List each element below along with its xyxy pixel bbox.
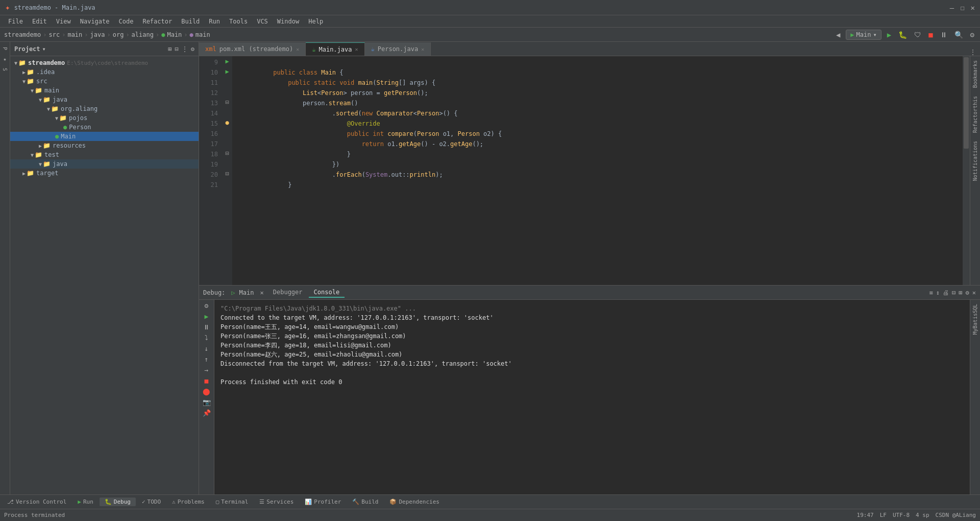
status-encoding[interactable]: UTF-8 (893, 512, 910, 518)
tab-main[interactable]: ☕ Main.java ✕ (306, 42, 364, 56)
debug-step-over[interactable]: ⤵ (205, 334, 208, 342)
project-icon[interactable]: P (1, 44, 9, 53)
editor-scrollbar[interactable] (963, 56, 970, 285)
tab-console[interactable]: Console (309, 288, 345, 298)
close-button[interactable]: ✕ (971, 4, 975, 12)
structure-icon[interactable]: S (1, 65, 9, 74)
breadcrumb-streamdemo[interactable]: streamdemo (4, 31, 41, 38)
panel-icon-scope[interactable]: ⊞ (168, 45, 172, 53)
title-bar-controls[interactable]: — ☐ ✕ (950, 4, 975, 12)
menu-tools[interactable]: Tools (225, 17, 252, 26)
menu-help[interactable]: Help (304, 17, 327, 26)
bottom-tab-profiler[interactable]: 📊 Profiler (300, 498, 346, 506)
debug-print-icon[interactable]: 🖨 (943, 289, 949, 296)
coverage-button[interactable]: 🛡 (913, 31, 923, 39)
bottom-tab-run[interactable]: ▶ Run (72, 498, 99, 506)
settings-button[interactable]: ⚙ (969, 31, 976, 39)
search-button[interactable]: 🔍 (953, 31, 965, 39)
debug-step-into[interactable]: ↓ (205, 345, 209, 352)
tree-item-main-folder[interactable]: ▼ 📁 main (10, 86, 199, 95)
bottom-tab-build[interactable]: 🔨 Build (347, 498, 383, 506)
scrollbar-thumb[interactable] (964, 57, 969, 149)
debug-pause2-icon[interactable]: ⏸ (203, 323, 210, 331)
tab-debugger[interactable]: Debugger (268, 288, 308, 298)
favorites-icon[interactable]: ★ (1, 53, 9, 65)
run-config[interactable]: ▶ Main ▾ (846, 30, 881, 40)
gutter-9[interactable]: ▶ (222, 56, 232, 66)
breadcrumb-main-class[interactable]: Main (167, 31, 182, 38)
breadcrumb-main-method[interactable]: main (195, 31, 210, 38)
maximize-button[interactable]: ☐ (960, 4, 964, 12)
bottom-tab-terminal[interactable]: ▢ Terminal (211, 498, 254, 506)
refactorthis-icon[interactable]: Refactorthis (971, 92, 979, 137)
tree-item-root[interactable]: ▼ 📁 streamdemo E:\Study\code\streamdemo (10, 58, 199, 67)
console-output[interactable]: "C:\Program Files\Java\jdk1.8.0_331\bin\… (214, 300, 970, 494)
debug-resume-icon[interactable]: ▶ (205, 313, 209, 320)
debug-session-close[interactable]: ✕ (260, 289, 264, 296)
debug-pin-icon[interactable]: 📌 (203, 409, 211, 417)
breadcrumb-aliang[interactable]: aliang (132, 31, 154, 38)
debug-settings2-icon[interactable]: ⚙ (205, 302, 209, 310)
debug-restore-icon[interactable]: ⊞ (959, 289, 962, 296)
menu-view[interactable]: View (52, 17, 75, 26)
tab-pom[interactable]: xml pom.xml (streamdemo) ✕ (199, 42, 306, 56)
tree-item-main[interactable]: ● Main (10, 132, 199, 141)
tree-item-idea[interactable]: ▶ 📁 .idea (10, 67, 199, 77)
tab-close[interactable]: ✕ (421, 46, 424, 52)
breadcrumb-main[interactable]: main (67, 31, 82, 38)
bottom-tab-services[interactable]: ☰ Services (254, 498, 299, 506)
mybatis-sq-icon[interactable]: MyBatisSQL (971, 300, 979, 339)
bottom-tab-versioncontrol[interactable]: ⎇ Version Control (2, 498, 71, 506)
stop-button[interactable]: ■ (927, 31, 934, 39)
debug-step-out[interactable]: ↑ (205, 356, 209, 363)
tree-item-resources[interactable]: ▶ 📁 resources (10, 141, 199, 150)
menu-refactor[interactable]: Refactor (138, 17, 176, 26)
breadcrumb-org[interactable]: org (113, 31, 124, 38)
menu-code[interactable]: Code (115, 17, 138, 26)
tab-more-icon[interactable]: ⋮ (970, 49, 976, 56)
tab-close[interactable]: ✕ (355, 46, 358, 52)
tree-item-org-aliang[interactable]: ▼ 📁 org.aliang (10, 104, 199, 113)
menu-edit[interactable]: Edit (28, 17, 51, 26)
tree-item-person[interactable]: ● Person (10, 123, 199, 132)
menu-navigate[interactable]: Navigate (76, 17, 114, 26)
debug-close-icon[interactable]: ✕ (972, 289, 976, 296)
debug-fold-icon[interactable]: ⊟ (952, 289, 955, 296)
tab-close[interactable]: ✕ (296, 46, 299, 52)
tree-item-src[interactable]: ▼ 📁 src (10, 77, 199, 86)
panel-icon-collapse[interactable]: ⊟ (175, 45, 179, 53)
breadcrumb-java[interactable]: java (90, 31, 105, 38)
bottom-tab-dependencies[interactable]: 📦 Dependencies (384, 498, 444, 506)
run-button[interactable]: ▶ (886, 31, 893, 39)
gutter-10[interactable]: ▶ (222, 66, 232, 77)
back-button[interactable]: ◀ (835, 31, 842, 39)
bookmarks-icon[interactable]: Bookmarks (971, 56, 979, 92)
bottom-tab-problems[interactable]: ⚠ Problems (167, 498, 210, 506)
panel-icon-more[interactable]: ⋮ (182, 45, 188, 53)
debug-stop-icon[interactable]: ■ (205, 377, 209, 385)
menu-window[interactable]: Window (273, 17, 303, 26)
code-content[interactable]: public class Main { public static void m… (232, 56, 963, 285)
bottom-tab-debug[interactable]: 🐛 Debug (100, 498, 136, 506)
tree-item-target[interactable]: ▶ 📁 target (10, 169, 199, 178)
panel-dropdown[interactable]: ▾ (42, 45, 46, 53)
minimize-button[interactable]: — (950, 4, 954, 12)
debug-settings-icon[interactable]: ⚙ (966, 289, 969, 296)
debug-bp-icon[interactable]: ⬤ (203, 388, 210, 395)
debug-filter-icon[interactable]: ≡ (929, 289, 933, 296)
menu-build[interactable]: Build (177, 17, 204, 26)
bottom-tab-todo[interactable]: ✓ TODO (137, 498, 166, 506)
menu-run[interactable]: Run (205, 17, 224, 26)
status-linesep[interactable]: LF (880, 512, 887, 518)
notifications-icon[interactable]: Notifications (971, 137, 979, 185)
menu-file[interactable]: File (4, 17, 27, 26)
debug-camera-icon[interactable]: 📷 (203, 398, 211, 406)
menu-vcs[interactable]: VCS (253, 17, 272, 26)
pause-button[interactable]: ⏸ (939, 31, 949, 39)
status-indent[interactable]: 4 sp (916, 512, 929, 518)
breadcrumb-src[interactable]: src (48, 31, 60, 38)
tree-item-java-folder[interactable]: ▼ 📁 java (10, 95, 199, 104)
tree-item-pojos[interactable]: ▼ 📁 pojos (10, 113, 199, 123)
debug-button[interactable]: 🐛 (897, 31, 909, 39)
tab-person[interactable]: ☕ Person.java ✕ (365, 42, 431, 56)
